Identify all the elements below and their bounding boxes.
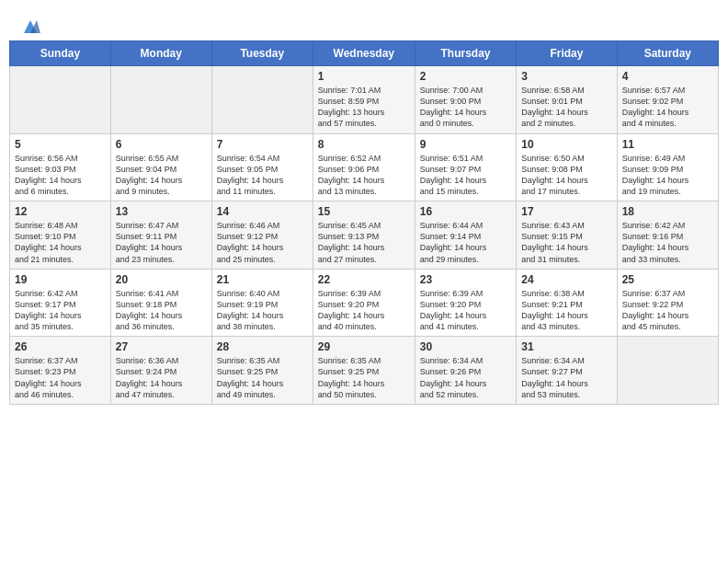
- day-number: 30: [420, 340, 511, 353]
- cell-info: Sunset: 8:59 PM: [318, 96, 410, 107]
- cell-info: and 41 minutes.: [420, 321, 511, 332]
- day-number: 10: [521, 138, 611, 151]
- cell-info: Sunrise: 6:42 AM: [622, 220, 713, 231]
- day-number: 3: [521, 70, 611, 83]
- cell-info: Daylight: 14 hours: [521, 107, 611, 118]
- day-number: 8: [318, 138, 410, 151]
- cell-info: Sunrise: 6:54 AM: [217, 153, 308, 164]
- cell-info: Sunset: 9:13 PM: [318, 231, 410, 242]
- cell-info: Daylight: 14 hours: [116, 310, 207, 321]
- cell-info: Daylight: 14 hours: [217, 242, 308, 253]
- day-number: 27: [116, 340, 207, 353]
- cell-info: Sunset: 9:21 PM: [521, 299, 611, 310]
- cell-info: Sunset: 9:15 PM: [521, 231, 611, 242]
- cell-info: Daylight: 14 hours: [521, 175, 611, 186]
- cell-info: Daylight: 14 hours: [318, 242, 410, 253]
- cell-info: Sunset: 9:27 PM: [521, 366, 611, 377]
- cell-info: Sunset: 9:24 PM: [116, 366, 207, 377]
- day-number: 17: [521, 205, 611, 218]
- cell-info: Sunset: 9:26 PM: [420, 366, 511, 377]
- day-number: 26: [15, 340, 106, 353]
- calendar-cell: [110, 66, 211, 134]
- day-number: 1: [318, 70, 410, 83]
- day-number: 4: [622, 70, 713, 83]
- day-number: 31: [521, 340, 611, 353]
- day-number: 25: [622, 273, 713, 286]
- cell-info: Sunset: 9:19 PM: [217, 299, 308, 310]
- calendar-cell: 20Sunrise: 6:41 AMSunset: 9:18 PMDayligh…: [110, 269, 211, 337]
- day-header: Monday: [110, 41, 211, 66]
- calendar-cell: 30Sunrise: 6:34 AMSunset: 9:26 PMDayligh…: [415, 337, 516, 405]
- day-number: 21: [217, 273, 308, 286]
- cell-info: Sunrise: 6:44 AM: [420, 220, 511, 231]
- cell-info: Daylight: 14 hours: [622, 107, 713, 118]
- calendar-cell: 15Sunrise: 6:45 AMSunset: 9:13 PMDayligh…: [313, 201, 415, 270]
- cell-info: and 38 minutes.: [217, 321, 308, 332]
- cell-info: and 29 minutes.: [420, 254, 511, 265]
- cell-info: Daylight: 14 hours: [318, 378, 410, 389]
- cell-info: Sunset: 9:10 PM: [15, 231, 106, 242]
- calendar-cell: 9Sunrise: 6:51 AMSunset: 9:07 PMDaylight…: [415, 133, 516, 201]
- cell-info: Daylight: 14 hours: [420, 175, 511, 186]
- calendar-cell: [211, 66, 313, 134]
- day-number: 7: [217, 138, 308, 151]
- cell-info: Daylight: 14 hours: [217, 378, 308, 389]
- cell-info: Sunrise: 6:58 AM: [521, 85, 611, 96]
- cell-info: Sunrise: 6:43 AM: [521, 220, 611, 231]
- cell-info: Sunset: 9:16 PM: [622, 231, 713, 242]
- cell-info: Sunset: 9:25 PM: [318, 366, 410, 377]
- cell-info: Daylight: 14 hours: [15, 310, 106, 321]
- cell-info: Daylight: 14 hours: [622, 175, 713, 186]
- cell-info: and 49 minutes.: [217, 389, 308, 400]
- calendar-cell: 7Sunrise: 6:54 AMSunset: 9:05 PMDaylight…: [211, 133, 313, 201]
- cell-info: Daylight: 14 hours: [318, 175, 410, 186]
- cell-info: Sunrise: 6:42 AM: [15, 288, 106, 299]
- cell-info: Sunrise: 6:41 AM: [116, 288, 207, 299]
- cell-info: and 23 minutes.: [116, 254, 207, 265]
- cell-info: Sunset: 9:07 PM: [420, 164, 511, 175]
- cell-info: Sunrise: 6:35 AM: [318, 355, 410, 366]
- cell-info: Daylight: 14 hours: [420, 242, 511, 253]
- cell-info: Daylight: 14 hours: [116, 378, 207, 389]
- cell-info: and 19 minutes.: [622, 186, 713, 197]
- cell-info: and 50 minutes.: [318, 389, 410, 400]
- cell-info: Sunrise: 6:52 AM: [318, 153, 410, 164]
- header: [9, 9, 719, 37]
- day-number: 23: [420, 273, 511, 286]
- cell-info: Daylight: 13 hours: [318, 107, 410, 118]
- calendar-cell: 12Sunrise: 6:48 AMSunset: 9:10 PMDayligh…: [10, 201, 111, 270]
- day-number: 5: [15, 138, 106, 151]
- cell-info: and 46 minutes.: [15, 389, 106, 400]
- cell-info: and 31 minutes.: [521, 254, 611, 265]
- cell-info: and 13 minutes.: [318, 186, 410, 197]
- cell-info: and 2 minutes.: [521, 118, 611, 129]
- cell-info: Sunrise: 6:40 AM: [217, 288, 308, 299]
- cell-info: Sunrise: 6:50 AM: [521, 153, 611, 164]
- calendar-cell: 21Sunrise: 6:40 AMSunset: 9:19 PMDayligh…: [211, 269, 313, 337]
- logo-icon: [20, 17, 40, 37]
- cell-info: Sunset: 9:14 PM: [420, 231, 511, 242]
- cell-info: Daylight: 14 hours: [622, 310, 713, 321]
- calendar-cell: 31Sunrise: 6:34 AMSunset: 9:27 PMDayligh…: [517, 337, 617, 405]
- cell-info: Sunset: 9:01 PM: [521, 96, 611, 107]
- calendar-cell: 4Sunrise: 6:57 AMSunset: 9:02 PMDaylight…: [617, 66, 718, 134]
- cell-info: Daylight: 14 hours: [420, 310, 511, 321]
- calendar-cell: 28Sunrise: 6:35 AMSunset: 9:25 PMDayligh…: [211, 337, 313, 405]
- cell-info: Sunset: 9:08 PM: [521, 164, 611, 175]
- calendar-cell: 5Sunrise: 6:56 AMSunset: 9:03 PMDaylight…: [10, 133, 111, 201]
- cell-info: and 47 minutes.: [116, 389, 207, 400]
- cell-info: Sunset: 9:05 PM: [217, 164, 308, 175]
- cell-info: and 4 minutes.: [622, 118, 713, 129]
- cell-info: Daylight: 14 hours: [15, 242, 106, 253]
- cell-info: Sunset: 9:11 PM: [116, 231, 207, 242]
- calendar-cell: 26Sunrise: 6:37 AMSunset: 9:23 PMDayligh…: [10, 337, 111, 405]
- day-number: 12: [15, 205, 106, 218]
- cell-info: and 21 minutes.: [15, 254, 106, 265]
- day-number: 24: [521, 273, 611, 286]
- day-number: 14: [217, 205, 308, 218]
- calendar-cell: 16Sunrise: 6:44 AMSunset: 9:14 PMDayligh…: [415, 201, 516, 270]
- cell-info: Sunset: 9:23 PM: [15, 366, 106, 377]
- calendar-cell: [10, 66, 111, 134]
- cell-info: and 11 minutes.: [217, 186, 308, 197]
- day-number: 13: [116, 205, 207, 218]
